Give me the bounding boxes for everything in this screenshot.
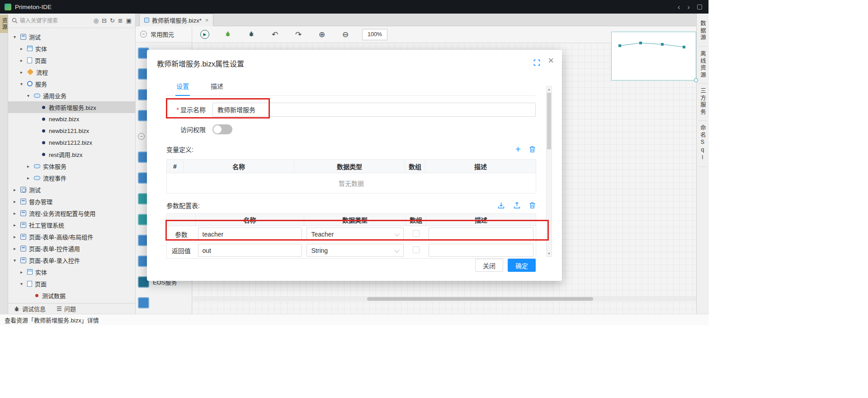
editor-tab[interactable]: 教师新增服务.bizx* × xyxy=(139,14,213,26)
zoom-in-icon[interactable]: ⊕ xyxy=(317,31,327,38)
palette-header[interactable]: − 常用图元 xyxy=(136,26,192,43)
tree-item[interactable]: ▾通用业务 xyxy=(8,90,135,101)
tree-item[interactable]: ▸页面-表单-控件通用 xyxy=(8,242,135,254)
caret-down-icon[interactable]: ▾ xyxy=(14,258,20,263)
type-select[interactable]: String xyxy=(307,244,404,257)
caret-right-icon[interactable]: ▸ xyxy=(14,199,20,204)
search-input[interactable] xyxy=(20,18,91,24)
param-desc-input[interactable] xyxy=(429,244,534,257)
tree-item[interactable]: ▸实体服务 xyxy=(8,160,135,172)
window-restore-icon[interactable] xyxy=(697,5,702,9)
zoom-out-icon[interactable]: ⊖ xyxy=(340,31,350,38)
refresh-icon[interactable]: ↻ xyxy=(110,18,115,24)
right-panel-tab[interactable]: 数据源 xyxy=(698,16,707,47)
minimap[interactable] xyxy=(611,32,696,81)
caret-right-icon[interactable]: ▸ xyxy=(14,246,20,251)
tree-item-label: 服务 xyxy=(35,80,47,88)
caret-right-icon[interactable]: ▸ xyxy=(20,270,27,275)
tab-issues[interactable]: 问题 xyxy=(57,304,76,313)
tree-item[interactable]: ▸实体 xyxy=(8,43,135,54)
modal-close-icon[interactable]: × xyxy=(548,56,554,66)
array-checkbox[interactable] xyxy=(413,230,420,237)
tree-item[interactable]: ▸流程事件 xyxy=(8,172,135,184)
confirm-button[interactable]: 确定 xyxy=(508,259,536,272)
tree-item[interactable]: ▾页面-表单-录入控件 xyxy=(8,254,135,266)
caret-down-icon[interactable]: ▾ xyxy=(27,93,34,98)
tree-item[interactable]: newbiz1212.bizx xyxy=(8,137,135,148)
caret-right-icon[interactable]: ▸ xyxy=(14,234,20,239)
tab-description[interactable]: 描述 xyxy=(210,79,224,95)
fullscreen-icon[interactable] xyxy=(533,59,540,66)
type-select[interactable]: Teacher xyxy=(307,227,404,241)
tree-item[interactable]: ▾服务 xyxy=(8,78,135,90)
delete-param-icon[interactable] xyxy=(529,202,536,209)
canvas-hscrollbar[interactable] xyxy=(192,297,696,301)
array-checkbox[interactable] xyxy=(413,246,420,253)
tree-item[interactable]: newbiz.bizx xyxy=(8,113,135,125)
caret-right-icon[interactable]: ▸ xyxy=(14,223,20,227)
tree-item[interactable]: 教师新增服务.bizx xyxy=(8,101,135,113)
zoom-level[interactable]: 100% xyxy=(362,29,387,40)
palette-item[interactable] xyxy=(136,292,192,313)
list-icon[interactable]: ≣ xyxy=(118,18,123,24)
hscroll-thumb[interactable] xyxy=(367,297,593,301)
tree-item[interactable]: ▸督办管理 xyxy=(8,195,135,207)
nav-forward-icon[interactable]: › xyxy=(687,3,690,11)
access-toggle[interactable] xyxy=(212,124,232,134)
caret-right-icon[interactable]: ▸ xyxy=(20,70,27,75)
tab-debug-info[interactable]: 调试信息 xyxy=(14,304,46,313)
locate-icon[interactable]: ◎ xyxy=(94,18,99,24)
caret-down-icon[interactable]: ▾ xyxy=(14,34,20,39)
right-panel-tab[interactable]: 命名Sql xyxy=(698,121,707,167)
delete-variable-icon[interactable] xyxy=(529,146,536,153)
caret-right-icon[interactable]: ▸ xyxy=(14,187,20,192)
caret-right-icon[interactable]: ▸ xyxy=(27,164,34,169)
undo-icon[interactable]: ↶ xyxy=(270,31,280,38)
display-name-input[interactable] xyxy=(212,103,536,117)
tree-item[interactable]: rest调用.bizx xyxy=(8,148,135,160)
collapse-section-icon[interactable]: − xyxy=(140,31,147,38)
caret-right-icon[interactable]: ▸ xyxy=(14,211,20,216)
redo-icon[interactable]: ↷ xyxy=(293,31,303,38)
param-name-input[interactable] xyxy=(198,244,302,257)
modal-scrollbar[interactable]: ▲ ▼ xyxy=(546,86,552,257)
collapse-section-icon[interactable]: − xyxy=(138,133,145,140)
tree-item[interactable]: ▸页面-表单-高级/布局组件 xyxy=(8,231,135,242)
tree-item[interactable]: ▸社工管理系统 xyxy=(8,219,135,231)
debug-icon[interactable] xyxy=(223,31,233,38)
tab-settings[interactable]: 设置 xyxy=(175,79,190,96)
scroll-down-icon[interactable]: ▼ xyxy=(547,251,552,256)
param-name-input[interactable] xyxy=(198,227,302,241)
debug-alt-icon[interactable] xyxy=(246,31,256,38)
run-icon[interactable]: ▶ xyxy=(200,30,209,39)
caret-down-icon[interactable]: ▾ xyxy=(20,281,27,286)
resources-vertical-tab[interactable]: 资源 xyxy=(0,15,9,33)
right-panel-tab[interactable]: 离线资源 xyxy=(698,47,707,84)
import-params-icon[interactable] xyxy=(497,202,505,209)
collapse-icon[interactable]: ⊟ xyxy=(102,18,107,24)
tree-item[interactable]: 测试数据 xyxy=(8,289,135,301)
tree-item[interactable]: ▸页面 xyxy=(8,54,135,66)
tree-item[interactable]: ▾页面 xyxy=(8,278,135,289)
caret-right-icon[interactable]: ▸ xyxy=(20,58,27,63)
caret-right-icon[interactable]: ▸ xyxy=(27,175,34,180)
tree-item[interactable]: ▸流程 xyxy=(8,66,135,78)
add-variable-icon[interactable]: + xyxy=(515,146,521,153)
scroll-up-icon[interactable]: ▲ xyxy=(547,86,552,92)
preview-icon[interactable]: ▣ xyxy=(126,18,132,24)
tree-item[interactable]: ▸流程-业务流程配置与使用 xyxy=(8,207,135,219)
tab-close-icon[interactable]: × xyxy=(205,17,209,24)
close-button[interactable]: 关闭 xyxy=(475,259,503,272)
caret-right-icon[interactable]: ▸ xyxy=(20,46,27,51)
tree-item[interactable]: ▾测试 xyxy=(8,31,135,43)
caret-down-icon[interactable]: ▾ xyxy=(20,81,27,86)
nav-back-icon[interactable]: ‹ xyxy=(678,3,680,11)
scroll-thumb[interactable] xyxy=(547,93,551,149)
tree-item[interactable]: ▸测试 xyxy=(8,184,135,195)
param-desc-input[interactable] xyxy=(429,227,534,241)
right-panel-tab[interactable]: 三方服务 xyxy=(698,84,707,121)
tree-item[interactable]: ▸实体 xyxy=(8,266,135,278)
minimap-resize-handle[interactable] xyxy=(694,78,698,82)
tree-item[interactable]: newbiz121.bizx xyxy=(8,125,135,137)
export-params-icon[interactable] xyxy=(513,202,521,209)
